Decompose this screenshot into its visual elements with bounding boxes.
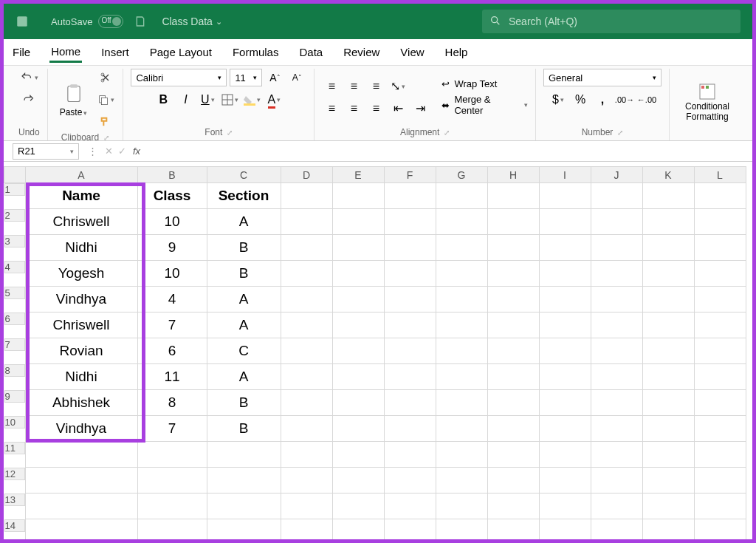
column-header-D[interactable]: D (281, 167, 332, 183)
font-size-select[interactable]: 11▾ (230, 69, 262, 86)
cell-C1[interactable]: Section (207, 183, 281, 209)
cell-E13[interactable] (332, 494, 384, 519)
cell-G14[interactable] (436, 519, 487, 544)
menu-home[interactable]: Home (49, 42, 82, 63)
cell-J11[interactable] (591, 442, 642, 468)
cell-H11[interactable] (487, 442, 539, 468)
cell-J2[interactable] (591, 209, 642, 235)
cell-J14[interactable] (591, 519, 642, 544)
cell-K11[interactable] (642, 442, 694, 468)
toggle-switch[interactable]: Off (98, 15, 123, 28)
row-header-12[interactable]: 12 (4, 468, 25, 480)
cell-B12[interactable] (137, 468, 207, 494)
select-all-corner[interactable] (4, 167, 26, 183)
decrease-indent-button[interactable]: ⇤ (388, 100, 408, 117)
cell-G12[interactable] (436, 468, 487, 494)
cell-K7[interactable] (642, 338, 694, 364)
cell-H12[interactable] (487, 468, 539, 494)
cell-C4[interactable]: B (207, 261, 281, 287)
cell-F11[interactable] (384, 442, 436, 468)
cell-I8[interactable] (539, 364, 591, 390)
cell-I6[interactable] (539, 313, 591, 338)
cell-J10[interactable] (591, 416, 642, 442)
align-bottom-button[interactable]: ≡ (366, 78, 385, 95)
cell-J9[interactable] (591, 390, 642, 416)
cell-K10[interactable] (642, 416, 694, 442)
row-header-9[interactable]: 9 (4, 390, 25, 403)
cell-E14[interactable] (332, 519, 384, 544)
align-middle-button[interactable]: ≡ (344, 78, 363, 95)
menu-page-layout[interactable]: Page Layout (148, 43, 213, 61)
cell-B11[interactable] (137, 442, 207, 468)
cell-C8[interactable]: A (207, 364, 281, 390)
cell-F14[interactable] (384, 519, 436, 544)
menu-file[interactable]: File (11, 43, 32, 61)
cell-K9[interactable] (642, 390, 694, 416)
cell-H9[interactable] (487, 390, 539, 416)
cell-E4[interactable] (332, 261, 384, 287)
cancel-icon[interactable]: ✕ (102, 145, 115, 158)
cell-A13[interactable] (25, 494, 137, 519)
cell-I11[interactable] (539, 442, 591, 468)
cell-A5[interactable]: Vindhya (25, 287, 137, 313)
cell-B2[interactable]: 10 (137, 209, 207, 235)
cell-D6[interactable] (281, 313, 332, 338)
cell-E8[interactable] (332, 364, 384, 390)
cell-L11[interactable] (694, 442, 746, 468)
enter-icon[interactable]: ✓ (115, 145, 128, 158)
cell-K3[interactable] (642, 235, 694, 261)
cell-C3[interactable]: B (207, 235, 281, 261)
cell-E6[interactable] (332, 313, 384, 338)
cell-G8[interactable] (436, 364, 487, 390)
dialog-launcher-icon[interactable]: ⤢ (227, 129, 233, 137)
menu-view[interactable]: View (399, 43, 425, 61)
cell-B8[interactable]: 11 (137, 364, 207, 390)
cell-I9[interactable] (539, 390, 591, 416)
cell-G3[interactable] (436, 235, 487, 261)
dialog-launcher-icon[interactable]: ⤢ (444, 129, 450, 137)
menu-help[interactable]: Help (444, 43, 470, 61)
cell-F5[interactable] (384, 287, 436, 313)
cell-E2[interactable] (332, 209, 384, 235)
cell-B14[interactable] (137, 519, 207, 544)
cell-H8[interactable] (487, 364, 539, 390)
cell-A8[interactable]: Nidhi (25, 364, 137, 390)
cell-A12[interactable] (25, 468, 137, 494)
cell-K2[interactable] (642, 209, 694, 235)
decrease-decimal-button[interactable]: ←.00 (637, 91, 656, 109)
copy-button[interactable] (96, 91, 115, 109)
cell-D13[interactable] (281, 494, 332, 519)
cell-D2[interactable] (281, 209, 332, 235)
cell-K12[interactable] (642, 468, 694, 494)
cell-K8[interactable] (642, 364, 694, 390)
spreadsheet-grid[interactable]: ABCDEFGHIJKL1NameClassSection2Chriswell1… (4, 166, 752, 543)
number-format-select[interactable]: General▾ (543, 69, 662, 86)
cell-H7[interactable] (487, 338, 539, 364)
cell-A1[interactable]: Name (25, 183, 137, 209)
cell-E7[interactable] (332, 338, 384, 364)
decrease-font-button[interactable]: A˅ (287, 69, 306, 86)
cell-G10[interactable] (436, 416, 487, 442)
increase-indent-button[interactable]: ⇥ (410, 100, 430, 117)
cell-C13[interactable] (207, 494, 281, 519)
cell-C6[interactable]: A (207, 313, 281, 338)
cell-H3[interactable] (487, 235, 539, 261)
cell-B9[interactable]: 8 (137, 390, 207, 416)
cell-G4[interactable] (436, 261, 487, 287)
column-header-L[interactable]: L (694, 167, 746, 183)
cell-D11[interactable] (281, 442, 332, 468)
cell-F10[interactable] (384, 416, 436, 442)
column-header-E[interactable]: E (332, 167, 384, 183)
font-color-button[interactable]: A (264, 91, 284, 109)
cell-F3[interactable] (384, 235, 436, 261)
underline-button[interactable]: U (198, 91, 217, 109)
column-header-G[interactable]: G (436, 167, 487, 183)
cell-D7[interactable] (281, 338, 332, 364)
cell-E9[interactable] (332, 390, 384, 416)
cell-I14[interactable] (539, 519, 591, 544)
cell-I7[interactable] (539, 338, 591, 364)
cell-L10[interactable] (694, 416, 746, 442)
cell-A10[interactable]: Vindhya (25, 416, 137, 442)
cell-C2[interactable]: A (207, 209, 281, 235)
cell-H6[interactable] (487, 313, 539, 338)
